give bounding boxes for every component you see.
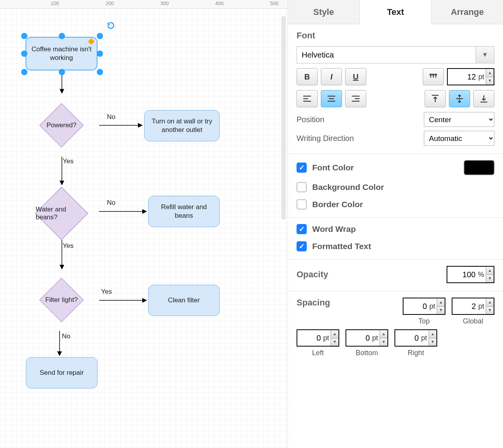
node-process-clean-filter[interactable]: Clean filter: [148, 285, 220, 316]
stepper-down-icon[interactable]: ▼: [486, 275, 494, 283]
formatted-text-label: Formatted Text: [312, 242, 371, 251]
edge-label[interactable]: No: [107, 199, 116, 207]
spacing-top-input[interactable]: pt ▲▼: [403, 298, 445, 315]
edge-label[interactable]: Yes: [63, 157, 74, 165]
position-select[interactable]: Center: [424, 112, 494, 127]
resize-handle[interactable]: [59, 69, 65, 75]
section-colors: ✓ Font Color Background Color Border Col…: [288, 154, 503, 218]
font-family-select[interactable]: ▼: [297, 46, 494, 63]
section-opacity: Opacity % ▲▼: [288, 260, 503, 291]
rotate-handle-icon[interactable]: [107, 21, 115, 30]
node-process-repair[interactable]: Send for repair: [26, 357, 98, 388]
format-panel: Style Text Arrange Font ▼ B I U: [288, 0, 503, 448]
bold-button[interactable]: B: [297, 68, 318, 85]
resize-handle[interactable]: [97, 51, 103, 57]
italic-button[interactable]: I: [321, 68, 342, 85]
bg-color-checkbox[interactable]: [297, 182, 307, 192]
spacing-left-input[interactable]: pt ▲▼: [297, 329, 339, 347]
position-label: Position: [297, 115, 324, 124]
font-color-swatch[interactable]: [464, 160, 494, 175]
resize-handle[interactable]: [59, 33, 65, 39]
spacing-global-input[interactable]: pt ▲▼: [452, 298, 494, 315]
border-color-checkbox[interactable]: [297, 199, 307, 210]
valign-bottom-button[interactable]: [473, 90, 494, 107]
node-process-outlet[interactable]: Turn on at wall or try another outlet: [144, 110, 220, 141]
vertical-text-button[interactable]: [423, 68, 444, 85]
section-font: Font ▼ B I U: [288, 24, 503, 154]
node-decision-filter[interactable]: Filter light?: [40, 278, 83, 322]
spacing-bottom-input[interactable]: pt ▲▼: [346, 329, 388, 347]
format-tabs: Style Text Arrange: [288, 0, 503, 24]
font-size-input[interactable]: pt ▲▼: [447, 68, 494, 85]
tab-style[interactable]: Style: [288, 0, 360, 24]
tab-arrange[interactable]: Arrange: [432, 0, 503, 24]
node-start[interactable]: Coffee machine isn't working: [25, 37, 98, 70]
section-spacing: Spacing pt ▲▼ Top pt: [288, 291, 503, 365]
word-wrap-label: Word Wrap: [312, 224, 356, 234]
align-left-button[interactable]: [297, 90, 318, 107]
writing-direction-label: Writing Direction: [297, 134, 354, 143]
font-family-input[interactable]: [297, 46, 476, 63]
canvas-scrollbar[interactable]: [281, 16, 286, 220]
edge-label[interactable]: Yes: [63, 242, 74, 250]
node-decision-powered[interactable]: Powered?: [40, 103, 83, 147]
resize-handle[interactable]: [97, 69, 103, 75]
chevron-down-icon[interactable]: ▼: [476, 46, 494, 63]
spacing-right-input[interactable]: pt ▲▼: [394, 329, 437, 347]
font-color-label: Font Color: [312, 163, 354, 172]
edge-label[interactable]: No: [107, 113, 116, 121]
ruler-horizontal: 100 200 300 400 500: [0, 0, 288, 9]
underline-button[interactable]: U: [345, 68, 366, 85]
node-decision-water-beans[interactable]: Water and beans?: [36, 188, 87, 239]
edge-label[interactable]: No: [62, 332, 71, 340]
writing-direction-select[interactable]: Automatic: [424, 131, 494, 146]
stepper-up-icon[interactable]: ▲: [486, 69, 494, 77]
node-label: Coffee machine isn't working: [30, 45, 93, 62]
stepper-up-icon[interactable]: ▲: [486, 267, 494, 275]
font-heading: Font: [297, 31, 494, 41]
valign-middle-button[interactable]: [449, 90, 470, 107]
opacity-input[interactable]: % ▲▼: [447, 266, 494, 283]
edge-label[interactable]: Yes: [101, 288, 112, 296]
resize-handle[interactable]: [21, 33, 27, 39]
resize-handle[interactable]: [97, 33, 103, 39]
node-process-refill[interactable]: Refill water and beans: [148, 196, 220, 227]
resize-handle[interactable]: [21, 69, 27, 75]
bg-color-label: Background Color: [312, 182, 384, 192]
align-right-button[interactable]: [345, 90, 366, 107]
spacing-heading: Spacing: [297, 298, 396, 308]
border-color-label: Border Color: [312, 200, 363, 209]
valign-top-button[interactable]: [425, 90, 446, 107]
font-color-checkbox[interactable]: ✓: [297, 163, 307, 173]
opacity-label: Opacity: [297, 269, 328, 280]
stepper-down-icon[interactable]: ▼: [486, 77, 494, 85]
canvas[interactable]: 100 200 300 400 500: [0, 0, 288, 448]
align-center-button[interactable]: [321, 90, 342, 107]
formatted-text-checkbox[interactable]: ✓: [297, 241, 307, 251]
word-wrap-checkbox[interactable]: ✓: [297, 224, 307, 234]
tab-text[interactable]: Text: [360, 0, 431, 24]
section-text-options: ✓ Word Wrap ✓ Formatted Text: [288, 218, 503, 260]
resize-handle[interactable]: [21, 51, 27, 57]
